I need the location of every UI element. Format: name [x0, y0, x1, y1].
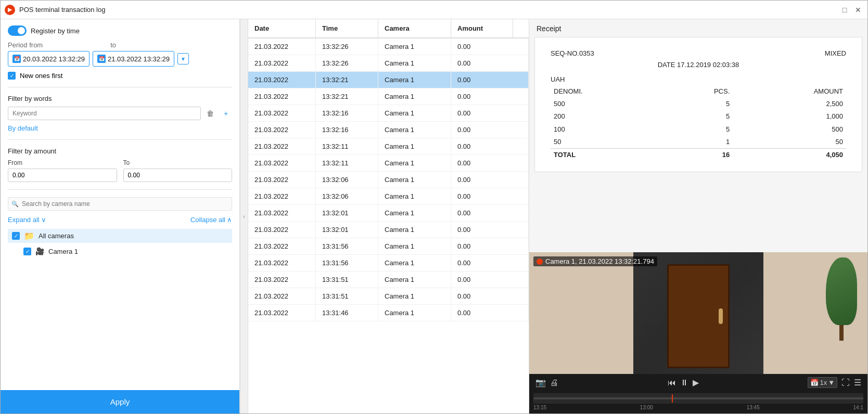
- table-row[interactable]: 21.03.2022 13:32:06 Camera 1 0.00: [248, 172, 529, 188]
- table-row[interactable]: 21.03.2022 13:31:56 Camera 1 0.00: [248, 238, 529, 255]
- add-keyword-button[interactable]: +: [220, 107, 232, 120]
- table-row[interactable]: 21.03.2022 13:31:46 Camera 1 0.00: [248, 305, 529, 321]
- fullscreen-button[interactable]: ⛶: [841, 378, 850, 387]
- col-date: Date: [248, 19, 316, 37]
- cell-camera: Camera 1: [378, 238, 451, 254]
- receipt-type: MIXED: [825, 48, 846, 59]
- table-row[interactable]: 21.03.2022 13:31:51 Camera 1 0.00: [248, 288, 529, 305]
- amount-to-input[interactable]: [123, 169, 233, 182]
- cell-camera: Camera 1: [378, 38, 451, 55]
- rewind-button[interactable]: ⏮: [668, 378, 676, 387]
- new-ones-first-checkbox[interactable]: ✓: [8, 72, 16, 80]
- cell-date: 21.03.2022: [248, 205, 316, 221]
- period-dropdown-button[interactable]: ▼: [177, 53, 189, 64]
- cell-camera: Camera 1: [378, 55, 451, 71]
- to-label: To: [123, 159, 233, 166]
- close-button[interactable]: ✕: [853, 5, 863, 15]
- window-title: POS terminal transaction log: [19, 6, 835, 14]
- speed-select[interactable]: 📅 1x ▼: [808, 377, 837, 388]
- camera-1-item[interactable]: ✓ 🎥 Camera 1: [8, 245, 232, 257]
- cell-time: 13:32:06: [316, 172, 378, 188]
- table-row[interactable]: 21.03.2022 13:32:16 Camera 1 0.00: [248, 122, 529, 138]
- register-by-time-toggle[interactable]: [8, 25, 27, 36]
- cell-time: 13:32:01: [316, 205, 378, 221]
- total-amount: 4,050: [733, 148, 846, 161]
- cell-amount: 0.00: [451, 222, 529, 238]
- cell-time: 13:32:16: [316, 105, 378, 121]
- cell-time: 13:32:06: [316, 188, 378, 204]
- cell-camera: Camera 1: [378, 155, 451, 171]
- preview-image: [529, 252, 867, 374]
- table-row[interactable]: 21.03.2022 13:32:01 Camera 1 0.00: [248, 205, 529, 222]
- all-cameras-item[interactable]: ✓ 📁 All cameras: [8, 229, 232, 243]
- wall-left: [529, 252, 633, 374]
- delete-keyword-button[interactable]: 🗑: [204, 107, 216, 120]
- camera-search-input[interactable]: [8, 197, 232, 211]
- table-row[interactable]: 21.03.2022 13:32:26 Camera 1 0.00: [248, 38, 529, 55]
- camera-1-checkbox[interactable]: ✓: [23, 248, 31, 255]
- right-panel: Receipt SEQ-NO.0353 MIXED DATE 17.12.201…: [529, 19, 867, 413]
- cell-date: 21.03.2022: [248, 172, 316, 188]
- timeline[interactable]: 13:15 13:00 13:45 14:1: [529, 391, 867, 413]
- cell-amount: 0.00: [451, 38, 529, 55]
- apply-button[interactable]: Apply: [1, 390, 239, 413]
- cell-camera: Camera 1: [378, 222, 451, 238]
- cell-time: 13:32:26: [316, 38, 378, 55]
- table-row[interactable]: 21.03.2022 13:32:11 Camera 1 0.00: [248, 155, 529, 172]
- table-row[interactable]: 21.03.2022 13:32:01 Camera 1 0.00: [248, 222, 529, 238]
- receipt-currency: UAH: [551, 74, 846, 85]
- amount-from-input[interactable]: [8, 169, 117, 182]
- table-row[interactable]: 21.03.2022 13:32:26 Camera 1 0.00: [248, 55, 529, 72]
- table-row[interactable]: 21.03.2022 13:31:56 Camera 1 0.00: [248, 255, 529, 271]
- expand-all-button[interactable]: Expand all ∨: [8, 216, 46, 224]
- menu-button[interactable]: ☰: [854, 378, 861, 387]
- register-by-time-label: Register by time: [31, 27, 80, 35]
- print-button[interactable]: 🖨: [550, 378, 558, 387]
- expand-collapse-row: Expand all ∨ Collapse all ∧: [8, 216, 232, 224]
- camera-search-icon: 🔍: [11, 201, 19, 208]
- cell-amount: 0.00: [451, 88, 529, 105]
- maximize-button[interactable]: □: [839, 5, 850, 15]
- play-button[interactable]: ▶: [693, 378, 699, 387]
- table-row[interactable]: 21.03.2022 13:32:11 Camera 1 0.00: [248, 138, 529, 155]
- date-to-button[interactable]: 📅 21.03.2022 13:32:29: [93, 51, 174, 67]
- main-window: ▶ POS terminal transaction log □ ✕ Regis…: [0, 0, 868, 414]
- collapse-all-button[interactable]: Collapse all ∧: [190, 216, 232, 224]
- date-from-button[interactable]: 📅 20.03.2022 13:32:29: [8, 51, 90, 67]
- plant: [826, 257, 857, 341]
- pause-button[interactable]: ⏸: [680, 378, 688, 387]
- snapshot-button[interactable]: 📷: [535, 378, 546, 387]
- table-row[interactable]: 21.03.2022 13:32:16 Camera 1 0.00: [248, 105, 529, 122]
- receipt-table: DENOMI. PCS. AMOUNT 50052,500 20051,000 …: [551, 85, 846, 161]
- new-ones-first-label: New ones first: [20, 72, 62, 80]
- cell-amount: 0.00: [451, 138, 529, 154]
- cell-amount: 0.00: [451, 72, 529, 88]
- cell-camera: Camera 1: [378, 255, 451, 271]
- cell-date: 21.03.2022: [248, 288, 316, 304]
- table-row[interactable]: 21.03.2022 13:32:21 Camera 1 0.00: [248, 88, 529, 105]
- receipt-row-200: 20051,000: [551, 110, 846, 123]
- cell-date: 21.03.2022: [248, 38, 316, 55]
- collapse-handle[interactable]: ‹: [240, 19, 248, 413]
- col-extra: [513, 19, 529, 37]
- keyword-input[interactable]: [8, 107, 201, 120]
- receipt-seq-no: SEQ-NO.0353: [551, 48, 594, 59]
- timeline-bar[interactable]: [533, 393, 863, 404]
- door: [667, 264, 730, 368]
- plant-stem: [839, 325, 844, 341]
- table-row[interactable]: 21.03.2022 13:32:06 Camera 1 0.00: [248, 188, 529, 205]
- speed-value: 1x: [820, 379, 827, 386]
- preview-camera-label: Camera 1, 21.03.2022 13:32:21.794: [533, 256, 657, 266]
- total-label: TOTAL: [551, 148, 662, 161]
- all-cameras-checkbox[interactable]: ✓: [12, 232, 20, 240]
- cell-camera: Camera 1: [378, 88, 451, 105]
- cell-camera: Camera 1: [378, 138, 451, 154]
- period-row: Period from to 📅 20.03.2022 13:32:29 📅: [8, 41, 232, 67]
- table-row[interactable]: 21.03.2022 13:31:51 Camera 1 0.00: [248, 271, 529, 288]
- preview-controls: 📷 🖨 ⏮ ⏸ ▶ 📅 1x ▼ ⛶ ☰: [529, 374, 867, 391]
- table-row[interactable]: 21.03.2022 13:32:21 Camera 1 0.00: [248, 72, 529, 88]
- receipt-box: SEQ-NO.0353 MIXED DATE 17.12.2019 02:03:…: [534, 37, 862, 172]
- by-default-link[interactable]: By default: [8, 124, 232, 132]
- cell-time: 13:31:56: [316, 238, 378, 254]
- calendar-to-icon: 📅: [97, 55, 106, 63]
